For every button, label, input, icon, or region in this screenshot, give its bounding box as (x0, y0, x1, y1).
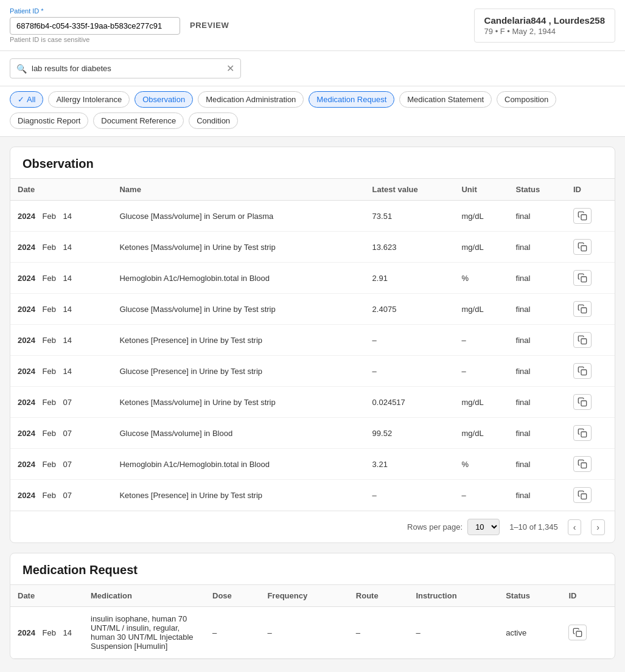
obs-name-cell: Glucose [Mass/volume] in Serum or Plasma (112, 201, 365, 232)
svg-rect-2 (581, 277, 587, 282)
table-row: 2024 Feb 14Glucose [Mass/volume] in Urin… (10, 294, 615, 325)
obs-date-cell: 2024 Feb 14 (10, 356, 112, 387)
date-day: 07 (63, 460, 72, 469)
filter-chip-document-reference[interactable]: Document Reference (93, 113, 184, 129)
obs-unit-cell: mg/dL (454, 294, 508, 325)
obs-name-cell: Glucose [Mass/volume] in Blood (112, 418, 365, 449)
obs-status-cell: final (509, 232, 566, 263)
table-row: 2024 Feb 07Ketones [Presence] in Urine b… (10, 480, 615, 511)
obs-col-date: Date (10, 179, 112, 201)
copy-icon[interactable] (573, 301, 592, 317)
copy-icon[interactable] (573, 487, 592, 503)
obs-value-cell: 3.21 (365, 449, 455, 480)
obs-col-name: Name (112, 179, 365, 201)
date-day: 14 (63, 212, 72, 221)
patient-info-card: Candelaria844 , Lourdes258 79 • F • May … (474, 9, 615, 43)
date-month: Feb (43, 491, 56, 500)
obs-status-cell: final (509, 387, 566, 418)
svg-rect-8 (581, 463, 587, 468)
obs-value-cell: 13.623 (365, 232, 455, 263)
obs-value-cell: – (365, 325, 455, 356)
date-month: Feb (43, 305, 56, 314)
search-icon: 🔍 (16, 64, 27, 74)
filter-chip-condition[interactable]: Condition (189, 113, 238, 129)
patient-name: Candelaria844 , Lourdes258 (484, 15, 605, 26)
obs-unit-cell: – (454, 480, 508, 511)
obs-col-latest-value: Latest value (365, 179, 455, 201)
date-day: 14 (63, 274, 72, 283)
svg-rect-4 (581, 339, 587, 344)
patient-id-input[interactable] (10, 17, 180, 35)
obs-id-cell (566, 325, 615, 356)
med-col-id: ID (561, 585, 615, 607)
copy-icon[interactable] (573, 456, 592, 472)
obs-value-cell: 2.91 (365, 263, 455, 294)
table-row: 2024 Feb 07Ketones [Mass/volume] in Urin… (10, 387, 615, 418)
filter-chip-all[interactable]: ✓All (10, 91, 43, 108)
med-route-cell: – (349, 607, 409, 659)
copy-icon[interactable] (573, 239, 592, 255)
svg-rect-7 (581, 432, 587, 437)
date-year: 2024 (18, 367, 35, 376)
copy-icon[interactable] (573, 425, 592, 441)
table-row: 2024 Feb 07Glucose [Mass/volume] in Bloo… (10, 418, 615, 449)
obs-id-cell (566, 356, 615, 387)
search-clear-icon[interactable]: ✕ (226, 63, 234, 74)
obs-name-cell: Ketones [Presence] in Urine by Test stri… (112, 325, 365, 356)
obs-status-cell: final (509, 480, 566, 511)
copy-icon[interactable] (573, 363, 592, 379)
obs-value-cell: 73.51 (365, 201, 455, 232)
obs-name-cell: Ketones [Mass/volume] in Urine by Test s… (112, 232, 365, 263)
med-col-frequency: Frequency (260, 585, 348, 607)
obs-id-cell (566, 387, 615, 418)
copy-icon[interactable] (573, 394, 592, 410)
date-month: Feb (43, 212, 56, 221)
svg-rect-0 (581, 215, 587, 220)
copy-icon[interactable] (573, 332, 592, 348)
obs-name-cell: Ketones [Mass/volume] in Urine by Test s… (112, 387, 365, 418)
filter-chip-medication-administration[interactable]: Medication Administration (198, 91, 304, 108)
obs-date-cell: 2024 Feb 07 (10, 449, 112, 480)
top-bar: Patient ID * Patient ID is case sensitiv… (0, 0, 625, 51)
obs-unit-cell: mg/dL (454, 387, 508, 418)
med-dose-cell: – (205, 607, 260, 659)
date-year: 2024 (18, 460, 35, 469)
search-container: 🔍 ✕ (10, 58, 241, 78)
patient-id-group: Patient ID * Patient ID is case sensitiv… (10, 7, 180, 43)
obs-name-cell: Hemoglobin A1c/Hemoglobin.total in Blood (112, 449, 365, 480)
preview-button[interactable]: PREVIEW (190, 21, 229, 30)
date-month: Feb (43, 367, 56, 376)
obs-status-cell: final (509, 263, 566, 294)
observation-table: DateNameLatest valueUnitStatusID 2024 Fe… (10, 178, 615, 511)
copy-icon[interactable] (573, 208, 592, 224)
date-day: 07 (63, 491, 72, 500)
filter-chip-medication-request[interactable]: Medication Request (309, 91, 394, 108)
obs-unit-cell: % (454, 263, 508, 294)
next-page-button[interactable]: › (591, 519, 605, 535)
filter-chip-observation[interactable]: Observation (134, 91, 193, 108)
observation-section: Observation DateNameLatest valueUnitStat… (10, 147, 615, 543)
rows-per-page-label: Rows per page: (407, 522, 463, 532)
date-month: Feb (43, 628, 56, 637)
copy-icon[interactable] (568, 625, 587, 640)
rows-per-page-select[interactable]: 10 25 50 (467, 519, 500, 535)
date-year: 2024 (18, 398, 35, 407)
obs-date-cell: 2024 Feb 07 (10, 387, 112, 418)
filter-chip-allergy-intolerance[interactable]: Allergy Intolerance (48, 91, 130, 108)
obs-col-status: Status (509, 179, 566, 201)
obs-id-cell (566, 449, 615, 480)
prev-page-button[interactable]: ‹ (568, 519, 582, 535)
obs-value-cell: 2.4075 (365, 294, 455, 325)
obs-value-cell: – (365, 480, 455, 511)
observation-pagination: Rows per page: 10 25 50 1–10 of 1,345 ‹ … (10, 511, 615, 542)
filter-chip-composition[interactable]: Composition (497, 91, 556, 108)
filter-chip-medication-statement[interactable]: Medication Statement (399, 91, 492, 108)
svg-rect-1 (581, 246, 587, 251)
filter-chip-diagnostic-report[interactable]: Diagnostic Report (10, 113, 88, 129)
obs-status-cell: final (509, 418, 566, 449)
obs-status-cell: final (509, 356, 566, 387)
obs-id-cell (566, 294, 615, 325)
obs-col-unit: Unit (454, 179, 508, 201)
copy-icon[interactable] (573, 270, 592, 286)
search-input[interactable] (32, 64, 222, 73)
